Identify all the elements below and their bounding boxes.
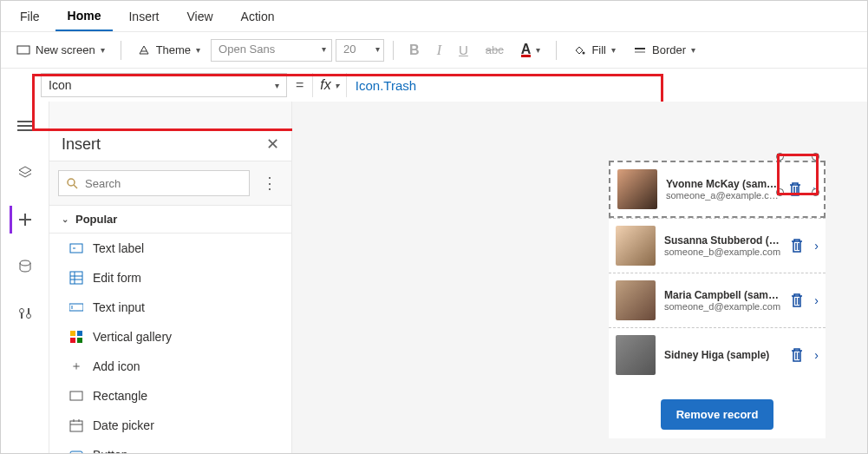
insert-text-input[interactable]: Text input (49, 293, 291, 322)
bold-button[interactable]: B (402, 39, 427, 62)
plus-icon: ＋ (69, 359, 84, 374)
trash-icon[interactable] (790, 347, 806, 363)
rectangle-icon (69, 388, 84, 404)
border-label: Border (652, 43, 686, 56)
tab-file[interactable]: File (8, 3, 52, 30)
panel-search-row: ⋮ (49, 161, 291, 205)
text-input-icon (69, 299, 84, 315)
chevron-right-icon[interactable]: › (814, 239, 819, 253)
main-area: Insert ✕ ⋮ ⌄ Popular Text label Edit for… (1, 102, 867, 453)
contact-name: Yvonne McKay (sample) (666, 178, 780, 190)
property-select[interactable]: Icon ▾ (41, 73, 287, 97)
chevron-down-icon: ▾ (536, 45, 540, 55)
svg-rect-29 (70, 391, 82, 400)
chevron-down-icon: ▾ (691, 45, 695, 55)
svg-rect-26 (77, 331, 82, 336)
chevron-right-icon[interactable]: › (814, 293, 819, 307)
strikethrough-button[interactable]: abc (479, 40, 511, 60)
calendar-icon (69, 418, 84, 433)
tab-insert[interactable]: Insert (116, 3, 171, 30)
svg-rect-3 (635, 48, 645, 49)
fx-icon: fx (320, 77, 330, 93)
insert-date-picker[interactable]: Date picker (49, 411, 291, 440)
font-family-select[interactable]: Open Sans ▾ (211, 39, 332, 62)
insert-rectangle[interactable]: Rectangle (49, 381, 291, 411)
chevron-down-icon: ▾ (322, 44, 326, 54)
trash-icon[interactable] (790, 293, 806, 308)
trash-icon[interactable] (790, 238, 806, 253)
size-value: 20 (343, 43, 356, 56)
fill-button[interactable]: Fill ▾ (565, 40, 623, 61)
formula-input[interactable]: Icon.Trash (347, 73, 867, 97)
font-size-select[interactable]: 20 ▾ (336, 39, 384, 62)
theme-icon (137, 43, 151, 57)
underline-button[interactable]: U (452, 39, 475, 61)
border-button[interactable]: Border ▾ (626, 40, 702, 61)
search-input[interactable] (58, 170, 250, 196)
panel-title: Insert (62, 135, 101, 154)
insert-button[interactable]: Button (49, 440, 291, 454)
tab-home[interactable]: Home (55, 2, 114, 31)
gallery-row[interactable]: Sidney Higa (sample) › (609, 327, 826, 382)
tab-view[interactable]: View (174, 3, 225, 30)
fx-button[interactable]: fx ▾ (312, 73, 346, 97)
font-color-button[interactable]: A ▾ (514, 40, 548, 61)
chevron-down-icon: ▾ (101, 45, 105, 55)
rail-tree-view[interactable] (11, 112, 39, 140)
search-field[interactable] (85, 177, 242, 190)
theme-label: Theme (156, 43, 191, 56)
svg-point-14 (26, 314, 30, 319)
contact-name: Susanna Stubberod (sample) (664, 234, 781, 247)
menu-bar: File Home Insert View Action (1, 1, 867, 32)
svg-point-15 (68, 179, 75, 186)
canvas[interactable]: Yvonne McKay (sample)someone_a@example.c… (292, 102, 867, 453)
svg-rect-4 (635, 51, 645, 53)
contact-email: someone_b@example.com (664, 247, 781, 257)
gallery-row[interactable]: Susanna Stubberod (sample)someone_b@exam… (609, 218, 826, 273)
group-popular[interactable]: ⌄ Popular (49, 205, 291, 234)
bucket-icon (572, 43, 586, 57)
search-icon (66, 177, 78, 189)
rail-insert[interactable] (10, 206, 37, 234)
chevron-right-icon[interactable]: › (814, 348, 819, 362)
insert-text-label[interactable]: Text label (49, 234, 291, 263)
new-screen-label: New screen (36, 43, 95, 56)
new-screen-button[interactable]: New screen ▾ (10, 40, 112, 61)
chevron-down-icon: ⌄ (62, 214, 69, 224)
close-icon[interactable]: ✕ (266, 135, 279, 154)
insert-item-list: Text label Edit form Text input Vertical… (49, 234, 291, 454)
remove-record-button[interactable]: Remove record (661, 399, 774, 430)
contact-email: someone_d@example.com (664, 301, 781, 312)
insert-vertical-gallery[interactable]: Vertical gallery (49, 322, 291, 352)
theme-button[interactable]: Theme ▾ (130, 40, 207, 61)
border-icon (633, 43, 647, 57)
tab-action[interactable]: Action (229, 3, 287, 30)
formula-text: Icon.Trash (356, 78, 416, 93)
contact-name: Maria Campbell (sample) (664, 289, 781, 301)
svg-rect-28 (77, 338, 82, 343)
form-icon (69, 270, 84, 286)
rail-tools[interactable] (11, 299, 39, 327)
insert-add-icon[interactable]: ＋Add icon (49, 352, 291, 381)
avatar (617, 169, 657, 209)
svg-point-13 (19, 309, 23, 313)
panel-more-button[interactable]: ⋮ (257, 174, 283, 193)
svg-rect-17 (70, 244, 82, 253)
italic-button[interactable]: I (430, 39, 448, 62)
text-label-icon (69, 240, 84, 256)
rail-data[interactable] (11, 253, 39, 280)
rail-layers[interactable] (11, 159, 39, 187)
screen-icon (16, 43, 30, 57)
contact-name: Sidney Higa (sample) (664, 349, 781, 361)
insert-edit-form[interactable]: Edit form (49, 263, 291, 293)
svg-line-16 (74, 185, 77, 188)
gallery-row[interactable]: Maria Campbell (sample)someone_d@example… (609, 273, 826, 327)
avatar (616, 226, 656, 266)
gallery-control[interactable]: Yvonne McKay (sample)someone_a@example.c… (609, 161, 826, 438)
equals-sign: = (287, 77, 312, 93)
svg-rect-0 (17, 46, 29, 54)
insert-panel: Insert ✕ ⋮ ⌄ Popular Text label Edit for… (49, 102, 292, 453)
svg-rect-25 (70, 331, 75, 336)
chevron-down-icon: ▾ (335, 81, 339, 90)
group-label: Popular (75, 213, 117, 226)
